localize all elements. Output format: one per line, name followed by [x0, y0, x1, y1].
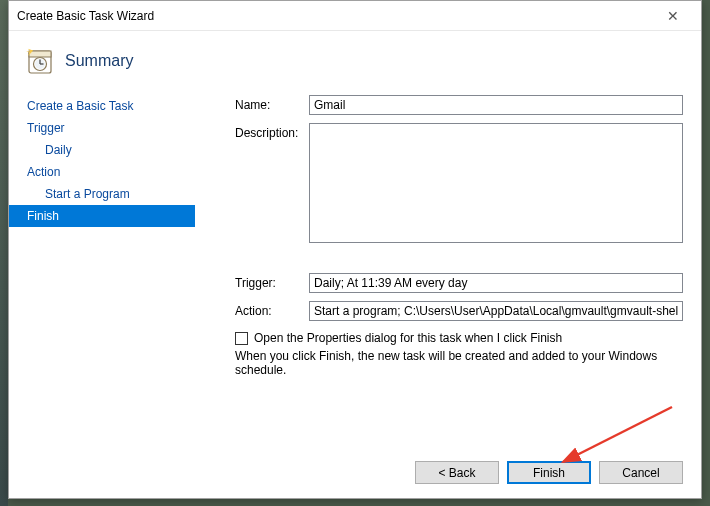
finish-note: When you click Finish, the new task will…: [235, 349, 683, 377]
trigger-value: [309, 273, 683, 293]
action-label: Action:: [235, 301, 309, 318]
open-properties-label: Open the Properties dialog for this task…: [254, 331, 562, 345]
titlebar: Create Basic Task Wizard ✕: [9, 1, 701, 31]
main-panel: Name: Description: Trigger: Action: Open…: [195, 95, 701, 460]
wizard-steps-sidebar: Create a Basic Task Trigger Daily Action…: [9, 95, 195, 460]
sidebar-item-start-program[interactable]: Start a Program: [23, 183, 195, 205]
sidebar-item-trigger[interactable]: Trigger: [23, 117, 195, 139]
back-button[interactable]: < Back: [415, 461, 499, 484]
close-icon: ✕: [667, 8, 679, 24]
svg-rect-1: [29, 51, 51, 57]
sidebar-item-create-basic-task[interactable]: Create a Basic Task: [23, 95, 195, 117]
wizard-icon: [25, 47, 53, 75]
header: Summary: [9, 31, 701, 95]
wizard-buttons: < Back Finish Cancel: [415, 461, 683, 484]
action-value: [309, 301, 683, 321]
trigger-label: Trigger:: [235, 273, 309, 290]
name-input[interactable]: [309, 95, 683, 115]
window-title: Create Basic Task Wizard: [17, 9, 653, 23]
close-button[interactable]: ✕: [653, 5, 693, 27]
cancel-button[interactable]: Cancel: [599, 461, 683, 484]
open-properties-checkbox[interactable]: [235, 332, 248, 345]
finish-button[interactable]: Finish: [507, 461, 591, 484]
sidebar-item-action[interactable]: Action: [23, 161, 195, 183]
description-label: Description:: [235, 123, 309, 140]
wizard-window: Create Basic Task Wizard ✕ Summary Creat…: [8, 0, 702, 499]
description-input[interactable]: [309, 123, 683, 243]
page-title: Summary: [65, 52, 133, 70]
sidebar-item-finish[interactable]: Finish: [9, 205, 195, 227]
sidebar-item-daily[interactable]: Daily: [23, 139, 195, 161]
name-label: Name:: [235, 95, 309, 112]
